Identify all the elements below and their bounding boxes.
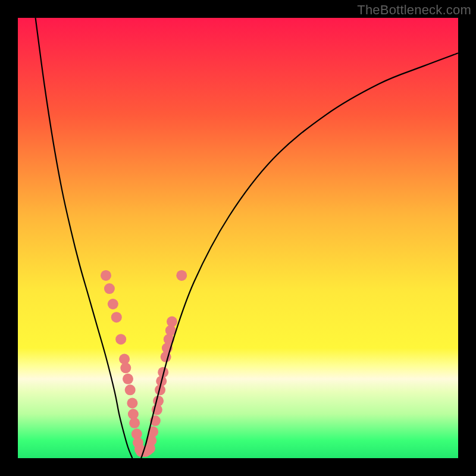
highlight-marker: [104, 283, 115, 294]
highlight-marker: [127, 398, 137, 409]
highlight-marker: [153, 396, 164, 406]
right-curve: [141, 53, 458, 458]
plot-area: [18, 18, 458, 458]
highlight-marker: [111, 312, 122, 322]
highlight-marker: [101, 270, 111, 281]
highlight-marker: [125, 384, 136, 395]
watermark-text: TheBottleneck.com: [357, 2, 471, 18]
highlight-marker: [115, 334, 126, 345]
left-curve: [36, 18, 133, 458]
highlight-marker: [123, 374, 133, 384]
highlight-marker: [176, 270, 187, 281]
highlight-marker: [129, 418, 140, 428]
curve-layer: [18, 18, 458, 458]
highlight-marker: [108, 299, 118, 309]
highlight-marker: [120, 362, 131, 373]
highlight-marker: [167, 317, 177, 327]
chart-frame: TheBottleneck.com: [0, 0, 476, 476]
